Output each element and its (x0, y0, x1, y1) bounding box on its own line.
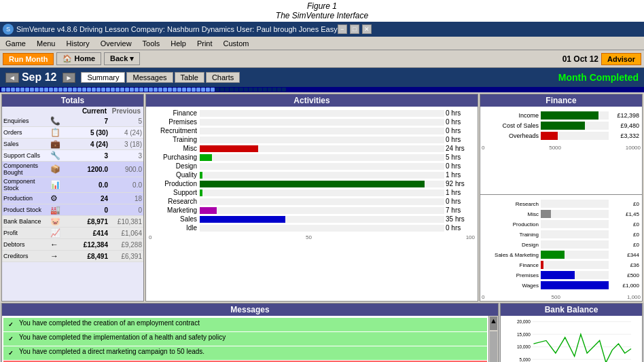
progress-bar: for(let i=0;i<60;i++){ document.currentS… (0, 87, 644, 92)
activity-row: Marketing 7 hrs (149, 206, 475, 214)
finance-value: £344 (609, 252, 639, 258)
finance-label: Design (483, 242, 541, 248)
tab-charts[interactable]: Charts (206, 72, 240, 83)
totals-previous: 5 (108, 117, 142, 125)
finance-label: Income (483, 112, 541, 119)
totals-row: Components Bought 📦 1200.0 900.0 (2, 162, 143, 177)
company-label: Company: Nashburn Dynamics (131, 25, 234, 33)
progress-segment (11, 88, 15, 92)
scrollbar-thumb[interactable] (490, 331, 497, 362)
totals-label: Profit (3, 230, 50, 236)
title-bar: S SimVenture v4.8.6 Driving Lesson Compa… (0, 22, 644, 37)
progress-segment (225, 88, 229, 92)
totals-row-icon: 📋 (50, 128, 64, 137)
activity-label: Sales (149, 215, 200, 223)
activity-row: Production 92 hrs (149, 180, 475, 187)
month-tabs: Summary Messages Table Charts (81, 72, 240, 83)
finance-bar-row: Misc £1,45 (483, 210, 639, 218)
message-icon: ✓ (5, 333, 16, 344)
month-status: Month Completed (558, 72, 639, 83)
progress-segment (16, 88, 20, 92)
menu-help[interactable]: Help (168, 39, 189, 48)
activity-bar-container (200, 189, 444, 196)
finance-bar-row: Finance £36 (483, 261, 639, 269)
menu-custom[interactable]: Custom (221, 39, 252, 48)
totals-previous: 18 (108, 195, 142, 202)
progress-segment (58, 88, 62, 92)
message-row: ✓ You have completed the creation of an … (3, 318, 487, 331)
activity-bar-container (200, 172, 444, 179)
finance-lower-rows: Research £0 Misc £1,45 Production £0 Tra… (480, 195, 642, 294)
prev-month-button[interactable]: ◄ (5, 73, 19, 83)
totals-current: 24 (64, 195, 108, 202)
progress-segment (272, 88, 276, 92)
activity-bar (200, 154, 212, 161)
progress-segment (263, 88, 267, 92)
menu-tools[interactable]: Tools (140, 39, 163, 48)
progress-segment (20, 88, 24, 92)
run-month-button[interactable]: Run Month (3, 53, 54, 65)
minimize-button[interactable]: − (338, 24, 347, 34)
activities-panel: Activities Finance 0 hrs Premises 0 hrs … (145, 94, 478, 302)
tab-messages[interactable]: Messages (126, 72, 173, 83)
menu-print[interactable]: Print (194, 39, 215, 48)
home-button[interactable]: 🏠 Home (56, 52, 101, 65)
progress-segment (96, 88, 101, 92)
totals-row: Profit 📈 £414 £1,064 (2, 228, 143, 239)
activity-label: Research (149, 198, 200, 205)
progress-segment (73, 88, 77, 92)
finance-label: Sales & Marketing (483, 252, 541, 258)
progress-segment (54, 88, 58, 92)
finance-bar (541, 111, 598, 120)
menu-game[interactable]: Game (3, 39, 29, 48)
activity-bar-container (200, 181, 444, 187)
activity-bar (200, 216, 285, 223)
next-month-button[interactable]: ► (62, 73, 76, 83)
progress-segment (268, 88, 272, 92)
finance-value: £0 (609, 232, 639, 238)
progress-segment (163, 88, 167, 92)
close-button[interactable]: ✕ (362, 24, 372, 34)
progress-segment (158, 88, 162, 92)
progress-segment (106, 88, 110, 92)
finance-bar-container (541, 220, 609, 228)
finance-bar-container (541, 281, 609, 289)
advisor-button[interactable]: Advisor (601, 53, 641, 65)
totals-previous: 900.0 (108, 166, 142, 173)
totals-previous: 3 (108, 152, 142, 160)
finance-bar (541, 261, 543, 269)
progress-segment (130, 88, 134, 92)
progress-segment (125, 88, 129, 92)
finance-label: Research (483, 201, 541, 207)
scrollbar-up[interactable]: ▲ (490, 316, 497, 330)
tab-table[interactable]: Table (175, 72, 204, 83)
messages-scrollbar[interactable]: ▲ ▼ (488, 316, 498, 362)
totals-current: 5 (30) (64, 129, 108, 137)
month-header: ◄ Sep 12 ► Summary Messages Table Charts… (0, 68, 644, 87)
activity-bar-container (200, 145, 444, 152)
finance-bar (541, 281, 609, 289)
back-button[interactable]: Back ▾ (104, 52, 140, 65)
activity-value: 1 hrs (444, 171, 475, 179)
restore-button[interactable]: □ (350, 24, 359, 34)
menu-menu[interactable]: Menu (34, 39, 58, 48)
activity-label: Marketing (149, 206, 200, 214)
progress-segment (135, 88, 139, 92)
menu-overview[interactable]: Overview (98, 39, 135, 48)
user-label: User: Paul brough Jones (236, 25, 319, 33)
totals-current: 1200.0 (64, 166, 108, 173)
progress-segment (220, 88, 224, 92)
activity-value: 5 hrs (444, 153, 475, 161)
finance-bar-row: Production £0 (483, 220, 639, 228)
finance-bar-row: Design £0 (483, 240, 639, 249)
progress-segment (25, 88, 29, 92)
totals-row: Support Calls 🔧 3 3 (2, 150, 143, 162)
finance-bar-container (541, 111, 609, 120)
tab-summary[interactable]: Summary (81, 72, 125, 83)
totals-current: 0.0 (64, 181, 108, 189)
menu-history[interactable]: History (64, 39, 92, 48)
finance-bar-container (541, 261, 609, 269)
progress-segment (6, 88, 10, 92)
app-name: SimVenture v4.8.6 (16, 25, 77, 33)
progress-segment (201, 88, 205, 92)
